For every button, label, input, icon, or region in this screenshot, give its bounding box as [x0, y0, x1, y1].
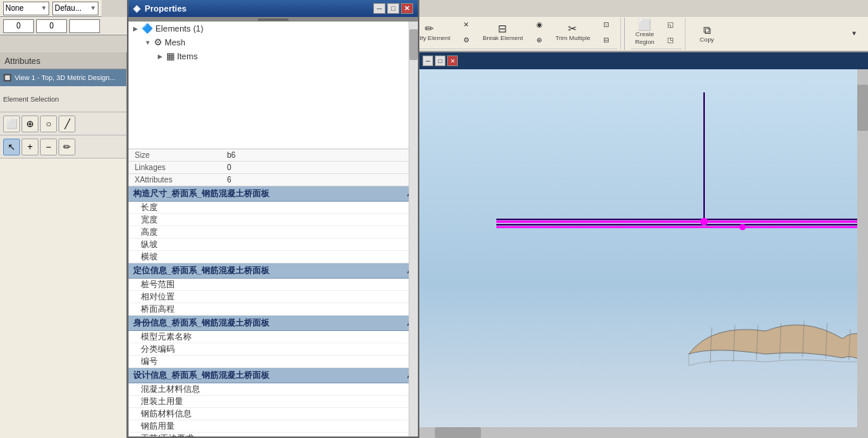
break-btn1[interactable]: ◉	[529, 18, 550, 32]
width-label: 宽度	[141, 214, 158, 226]
length-label: 长度	[141, 202, 158, 213]
prop-item-steel-qty: 钢筋用量	[129, 420, 418, 433]
steel-qty-label: 钢筋用量	[141, 420, 175, 432]
attributes-tab-label: Attributes	[5, 56, 40, 65]
h-scrollbar-thumb[interactable]	[435, 427, 481, 438]
canvas-inner: ─ □ ✕	[419, 52, 868, 438]
properties-title: Properties	[145, 4, 186, 13]
trim-btn1[interactable]: ⊡	[596, 18, 617, 32]
linkages-value: 0	[227, 163, 232, 172]
ribbon-expand-btn[interactable]: ▼	[843, 26, 865, 40]
ribbon-btns-manipulate: ✏ Modify Element ✕ ⚙ ⊟ Break Element ◉ ⊕…	[404, 18, 617, 47]
prop-scrollbar[interactable]	[409, 22, 418, 436]
break-grid: ◉ ⊕	[529, 18, 550, 47]
sel-cross-btn[interactable]: ⊕	[22, 115, 38, 132]
svg-point-8	[739, 224, 746, 230]
properties-scroll-area[interactable]: 构造尺寸_桥面系_钢筋混凝土桥面板 ▲ 长度 宽度 高度 纵坡 横坡 定位信息_…	[129, 186, 418, 436]
design-group-header[interactable]: 设计信息_桥面系_钢筋混凝土桥面板 ▲	[129, 368, 418, 383]
prop-item-qmgc: 桥面高程	[129, 303, 418, 316]
none-dropdown[interactable]: None ▼	[3, 2, 49, 15]
id-group-header[interactable]: 身份信息_桥面系_钢筋混凝土桥面板 ▲	[129, 316, 418, 331]
num-input-1[interactable]: 0	[3, 19, 34, 33]
prop-item-xieyu: 泄装土用量	[129, 396, 418, 408]
zongpo-label: 纵坡	[141, 239, 158, 250]
attributes-tab[interactable]: Attributes	[0, 52, 126, 69]
id-group-label: 身份信息_桥面系_钢筋混凝土桥面板	[133, 317, 269, 329]
sel-line-btn[interactable]: ╱	[58, 115, 75, 132]
canvas-scrollbar-v[interactable]	[857, 69, 868, 427]
break-element-button[interactable]: ⊟ Break Element	[479, 21, 526, 44]
number-label: 编号	[141, 356, 158, 367]
tree-items[interactable]: ▶ ▦ Items	[129, 49, 418, 63]
root-label: Elements (1)	[155, 24, 203, 33]
tree-root[interactable]: ▶ 🔷 Elements (1)	[129, 22, 418, 35]
view-icon: 🔲	[3, 74, 12, 82]
svg-point-7	[700, 218, 708, 226]
modify-btn1[interactable]: ✕	[456, 18, 477, 32]
trim-label: Trim Multiple	[556, 35, 590, 42]
modify-btn2[interactable]: ⚙	[456, 33, 477, 47]
break-btn2[interactable]: ⊕	[529, 33, 550, 47]
trim-icon: ✂	[568, 23, 577, 34]
sel-arrow-btn[interactable]: ↖	[3, 139, 20, 155]
groups-grid: ◱ ◳	[660, 18, 682, 47]
items-label: Items	[177, 52, 198, 61]
num-input-3[interactable]	[69, 19, 100, 33]
create-region-button[interactable]: ⬜ Create Region	[631, 21, 658, 44]
view-title: View 1 - Top, 3D Metric Design...	[15, 74, 115, 82]
canvas-scrollbar-h[interactable]	[419, 427, 868, 438]
view-chrome-controls: ─ □ ✕	[422, 55, 458, 66]
root-arrow: ▶	[132, 25, 139, 32]
canvas-svg	[419, 69, 868, 427]
mesh-label: Mesh	[165, 38, 185, 47]
info-row-size: Size b6	[129, 149, 418, 162]
sel-rect-btn[interactable]: ⬜	[3, 115, 20, 132]
default-dropdown[interactable]: Defau... ▼	[52, 2, 98, 15]
modify-grid: ✕ ⚙	[456, 18, 477, 47]
default-dropdown-label: Defau...	[55, 4, 82, 12]
prop-item-number: 编号	[129, 356, 418, 368]
qmgc-label: 桥面高程	[141, 303, 175, 315]
prop-scrollbar-thumb[interactable]	[409, 29, 418, 60]
view-restore-btn[interactable]: □	[435, 55, 446, 66]
groups-btn1[interactable]: ◱	[660, 18, 682, 32]
dim-group-header[interactable]: 构造尺寸_桥面系_钢筋混凝土桥面板 ▲	[129, 186, 418, 202]
groups-btn2[interactable]: ◳	[660, 33, 682, 47]
items-arrow: ▶	[156, 53, 164, 60]
copy-button[interactable]: ⧉ Copy	[692, 22, 723, 45]
create-region-label2: Region	[635, 38, 654, 45]
titlebar-buttons: ─ □ ✕	[373, 3, 413, 14]
trim-btn2[interactable]: ⊟	[596, 33, 617, 47]
none-dropdown-arrow: ▼	[41, 5, 47, 12]
linkages-label: Linkages	[135, 163, 227, 172]
trim-grid: ⊡ ⊟	[596, 18, 617, 47]
ribbon-expand: ▼	[843, 26, 865, 42]
num-input-2[interactable]: 0	[36, 19, 67, 33]
ribbon-btns-groups: ⬜ Create Region ◱ ◳	[631, 18, 681, 47]
v-scrollbar-thumb[interactable]	[857, 85, 868, 131]
create-region-label: Create	[636, 31, 654, 38]
sel-circle-btn[interactable]: ○	[40, 115, 57, 132]
copy-label: Copy	[699, 36, 714, 43]
trim-multiple-button[interactable]: ✂ Trim Multiple	[552, 21, 594, 44]
tree-mesh[interactable]: ▼ ⚙ Mesh	[129, 35, 418, 49]
sel-plus-btn[interactable]: +	[22, 139, 38, 155]
reinforcement-label: 钢筋材料信息	[141, 408, 192, 420]
prop-item-reinforcement: 钢筋材料信息	[129, 408, 418, 420]
close-button[interactable]: ✕	[401, 3, 413, 14]
view-close-btn[interactable]: ✕	[447, 55, 458, 66]
prop-title-icon: ◈	[133, 3, 140, 14]
prop-item-zhuhao: 桩号范围	[129, 279, 418, 291]
sel-pencil-btn[interactable]: ✏	[58, 139, 75, 155]
break-icon: ⊟	[498, 23, 507, 34]
sel-minus-btn[interactable]: −	[40, 139, 57, 155]
copy-section: ⧉ Copy	[692, 22, 723, 45]
minimize-button[interactable]: ─	[373, 3, 386, 14]
pos-group-header[interactable]: 定位信息_桥面系_钢筋混凝土桥面板 ▲	[129, 263, 418, 279]
prop-item-concrete: 混凝土材料信息	[129, 383, 418, 396]
prop-item-classcode: 分类编码	[129, 343, 418, 356]
ribbon-group-groups: ⬜ Create Region ◱ ◳ Groups	[628, 18, 685, 50]
view-minimize-btn[interactable]: ─	[422, 55, 433, 66]
none-dropdown-label: None	[5, 4, 24, 12]
maximize-button[interactable]: □	[387, 3, 399, 14]
